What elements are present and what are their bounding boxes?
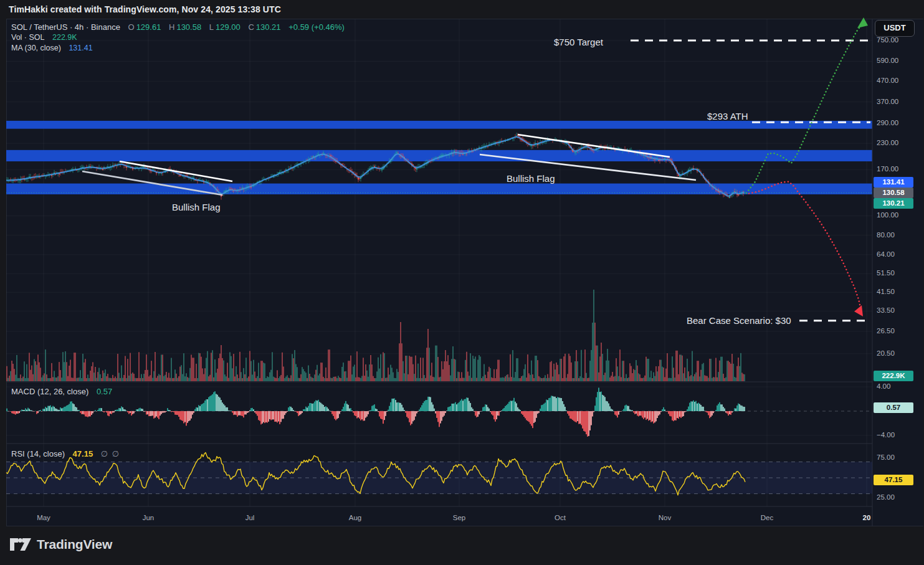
price-axis-tick: 80.00 <box>877 231 895 239</box>
time-axis-tick: Aug <box>349 514 361 521</box>
ma-label: MA (30, close) <box>11 44 61 52</box>
rsi-axis-tick: 75.00 <box>877 453 895 461</box>
symbol-title: SOL / TetherUS · 4h · Binance <box>11 22 120 32</box>
last-price-badge: 130.21 <box>874 198 913 209</box>
open-label: O <box>128 22 135 32</box>
price-axis-tick: 26.50 <box>877 327 895 335</box>
chart-canvas[interactable] <box>6 19 923 526</box>
rsi-legend-row: RSI (14, close) 47.15 ∅ ∅ <box>11 449 121 458</box>
rsi-value: 47.15 <box>73 449 93 458</box>
rsi-empty-icon-1: ∅ <box>101 449 108 458</box>
low-label: L <box>209 22 214 32</box>
volume-label: Vol · SOL <box>11 33 45 42</box>
prev-close-badge: 130.58 <box>874 188 913 198</box>
price-axis-tick: 370.00 <box>877 98 898 105</box>
bullish-flag-annotation-2: Bullish Flag <box>507 173 555 184</box>
time-axis-tick: 20 <box>863 514 871 521</box>
time-axis-tick: Nov <box>659 514 671 521</box>
macd-value: 0.57 <box>97 387 112 396</box>
target-750-annotation: $750 Target <box>554 37 603 47</box>
ma-legend-row: MA (30, close) 131.41 <box>11 44 95 52</box>
tradingview-snapshot: TimHakki created with TradingView.com, N… <box>0 0 924 565</box>
attribution-text: TimHakki created with TradingView.com, N… <box>9 4 281 14</box>
ma-value-badge: 131.41 <box>874 177 913 188</box>
ath-293-annotation: $293 ATH <box>707 111 748 121</box>
currency-toggle-button[interactable]: USDT <box>875 20 915 37</box>
price-axis-tick: 290.00 <box>877 119 898 126</box>
price-axis-tick: 230.00 <box>877 139 898 146</box>
time-axis-tick: Oct <box>555 514 566 521</box>
price-axis-tick: 470.00 <box>877 77 898 84</box>
high-label: H <box>169 22 174 32</box>
price-axis-tick: 100.00 <box>877 211 898 219</box>
price-axis-tick: 41.50 <box>877 288 895 295</box>
tradingview-footer: TradingView <box>10 536 112 553</box>
price-axis-tick: 20.50 <box>877 349 895 357</box>
change-value: +0.59 (+0.46%) <box>288 22 345 32</box>
price-axis-tick: 64.00 <box>877 250 895 258</box>
volume-value-badge: 222.9K <box>874 371 913 381</box>
macd-axis-tick: 4.00 <box>877 382 890 390</box>
price-axis-tick: 590.00 <box>877 57 898 64</box>
ma-value: 131.41 <box>69 44 92 52</box>
time-axis-tick: Jun <box>143 514 155 521</box>
bear-case-annotation: Bear Case Scenario: $30 <box>687 315 791 326</box>
time-axis[interactable] <box>6 506 872 526</box>
low-value: 129.00 <box>216 22 241 32</box>
price-axis-tick: 170.00 <box>877 165 898 173</box>
bullish-flag-annotation-1: Bullish Flag <box>172 202 221 212</box>
high-value: 130.58 <box>176 22 201 32</box>
close-label: C <box>248 22 254 32</box>
price-axis-tick: 750.00 <box>877 36 898 44</box>
open-value: 129.61 <box>136 22 161 32</box>
volume-legend-row: Vol · SOL 222.9K <box>11 33 79 42</box>
price-axis-tick: 33.50 <box>877 306 895 314</box>
time-axis-tick: May <box>37 514 50 521</box>
close-value: 130.21 <box>256 22 281 32</box>
rsi-label: RSI (14, close) <box>11 449 65 458</box>
rsi-axis-tick: 25.00 <box>877 493 895 501</box>
rsi-value-badge: 47.15 <box>874 475 913 485</box>
time-axis-tick: Sep <box>453 514 465 521</box>
price-axis-tick: 51.50 <box>877 269 895 277</box>
time-axis-tick: Dec <box>761 514 773 521</box>
macd-axis-tick: −4.00 <box>877 431 895 439</box>
macd-value-badge: 0.57 <box>874 402 913 413</box>
macd-legend-row: MACD (12, 26, close) 0.57 <box>11 387 114 396</box>
symbol-legend-row: SOL / TetherUS · 4h · Binance O129.61 H1… <box>11 22 346 32</box>
macd-label: MACD (12, 26, close) <box>11 387 88 396</box>
tradingview-brand-text: TradingView <box>37 537 112 552</box>
tradingview-logo-icon <box>10 536 31 553</box>
volume-value: 222.9K <box>52 33 77 42</box>
time-axis-tick: Jul <box>245 514 255 521</box>
rsi-empty-icon-2: ∅ <box>112 449 119 458</box>
